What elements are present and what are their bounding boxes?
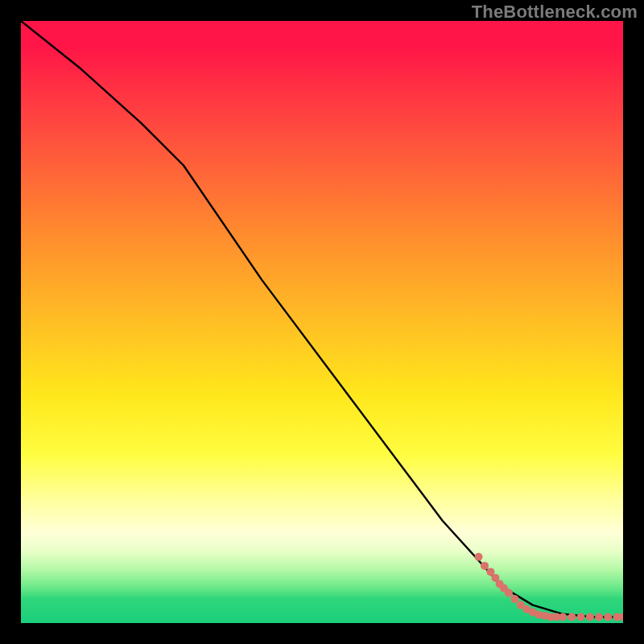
heatmap-background	[21, 21, 623, 623]
plot-frame	[21, 21, 623, 623]
watermark-text: TheBottleneck.com	[472, 2, 638, 23]
